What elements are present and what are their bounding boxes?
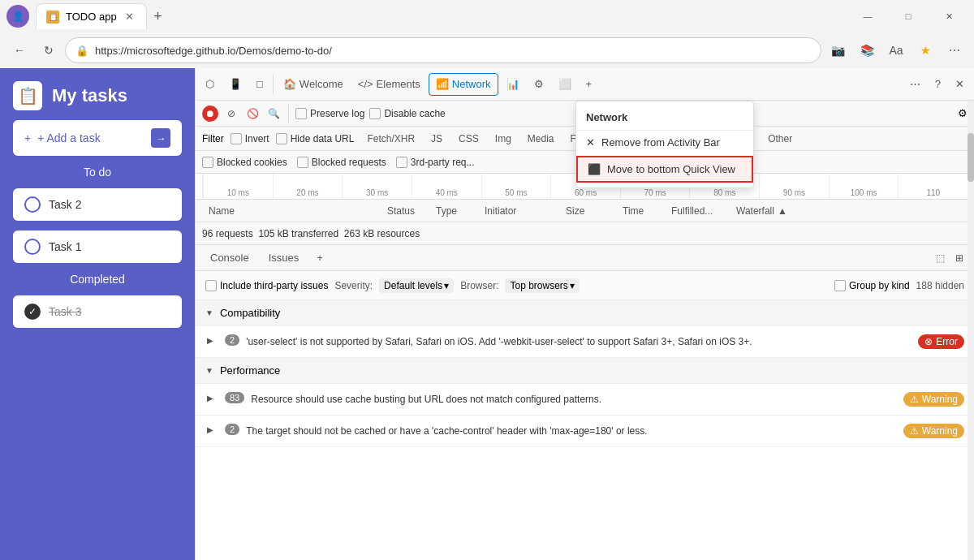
performance-section: ▼ Performance ▶ 83 Resource should use c…	[196, 358, 974, 447]
tab-issues[interactable]: Issues	[261, 248, 308, 267]
group-by-kind-checkbox[interactable]: Group by kind	[834, 280, 910, 291]
devtools-search-button[interactable]: □	[250, 73, 269, 96]
issue-expand-icon[interactable]: ▶	[207, 336, 213, 345]
issue-expand-icon-2[interactable]: ▶	[207, 394, 213, 403]
detach-console-button[interactable]: ⬚	[932, 250, 948, 266]
add-panel-button[interactable]: +	[310, 248, 330, 267]
active-tab[interactable]: 📋 TODO app ✕	[36, 3, 147, 29]
error-tag: ⊗ Error	[918, 334, 964, 349]
blocked-cookies-check[interactable]	[202, 157, 213, 168]
stop-recording-button[interactable]: ⊘	[223, 106, 239, 122]
favorites-icon[interactable]: ★	[912, 37, 938, 63]
devtools-device-button[interactable]: 📱	[222, 73, 248, 96]
list-item[interactable]: Task 2	[13, 188, 182, 221]
third-party-check[interactable]	[396, 157, 407, 168]
search-network-button[interactable]: 🔍	[265, 106, 282, 122]
tab-close-button[interactable]: ✕	[123, 11, 136, 24]
th-waterfall[interactable]: Waterfall ▲	[730, 205, 968, 217]
help-button[interactable]: ?	[929, 73, 947, 96]
clear-log-button[interactable]: 🚫	[244, 106, 261, 122]
devtools-inspect-button[interactable]: ⬡	[199, 73, 221, 96]
clear-console-button[interactable]: ⊞	[951, 250, 968, 266]
maximize-button[interactable]: □	[890, 3, 927, 29]
minimize-button[interactable]: —	[849, 3, 886, 29]
th-initiator[interactable]: Initiator	[478, 205, 559, 217]
blocked-cookies-checkbox[interactable]: Blocked cookies	[202, 157, 287, 168]
th-name[interactable]: Name	[202, 205, 381, 217]
invert-checkbox[interactable]: Invert	[231, 133, 269, 144]
preserve-log-check[interactable]	[295, 108, 307, 119]
network-table-header: Name Status Type Initiator Size Time Ful…	[196, 200, 974, 222]
th-time[interactable]: Time	[616, 205, 665, 217]
compatibility-title: Compatibility	[220, 307, 280, 319]
warning-icon: ⚠	[910, 394, 919, 405]
issue-expand-icon-3[interactable]: ▶	[207, 425, 213, 434]
issue-text-target: The target should not be cached or have …	[246, 424, 897, 438]
group-by-kind-check[interactable]	[834, 280, 846, 291]
th-size[interactable]: Size	[559, 205, 616, 217]
devtools-scrollbar[interactable]	[968, 101, 974, 560]
back-button[interactable]: ←	[6, 37, 32, 63]
browser-dropdown[interactable]: Top browsers ▾	[505, 278, 579, 293]
th-type[interactable]: Type	[429, 205, 478, 217]
include-third-party-check[interactable]	[205, 280, 217, 291]
reload-button[interactable]: ↻	[36, 37, 62, 63]
devtools-close-button[interactable]: ✕	[949, 73, 971, 96]
browser-chevron-icon: ▾	[570, 280, 575, 291]
include-third-party-checkbox[interactable]: Include third-party issues	[205, 280, 328, 291]
scrollbar-thumb[interactable]	[968, 133, 974, 182]
tab-settings-icon[interactable]: ⚙	[528, 73, 550, 96]
tab-welcome[interactable]: 🏠 Welcome	[277, 73, 350, 96]
filter-tab-img[interactable]: Img	[489, 131, 518, 146]
collections-icon[interactable]: 📚	[854, 37, 880, 63]
web-capture-icon[interactable]: 📷	[825, 37, 851, 63]
blocked-requests-checkbox[interactable]: Blocked requests	[297, 157, 386, 168]
context-menu-move-bottom[interactable]: ⬛ Move to bottom Quick View	[576, 156, 753, 183]
hide-data-check[interactable]	[276, 133, 287, 144]
preserve-log-checkbox[interactable]: Preserve log	[295, 108, 364, 119]
record-button[interactable]: ⏺	[202, 106, 218, 122]
address-bar[interactable]: 🔒 https://microsoftedge.github.io/Demos/…	[65, 37, 821, 63]
profile-avatar[interactable]: 👤	[6, 5, 29, 28]
third-party-checkbox[interactable]: 3rd-party req...	[396, 157, 475, 168]
tab-console[interactable]: Console	[202, 248, 257, 267]
read-aloud-icon[interactable]: Aa	[883, 37, 909, 63]
list-item[interactable]: ✓ Task 3	[13, 295, 182, 328]
compatibility-section-header[interactable]: ▼ Compatibility	[196, 300, 974, 326]
new-tab-button[interactable]: +	[147, 5, 170, 28]
issue-badge-83: 83	[225, 392, 244, 403]
tab-performance[interactable]: 📊	[500, 73, 526, 96]
context-menu-title: Network	[576, 105, 753, 131]
task-circle-3: ✓	[24, 304, 41, 320]
context-menu-remove[interactable]: ✕ Remove from Activity Bar	[576, 131, 753, 154]
tab-add[interactable]: +	[580, 73, 599, 96]
more-menu-icon[interactable]: ⋯	[942, 37, 968, 63]
hide-data-label: Hide data URL	[291, 133, 355, 144]
filter-tab-css[interactable]: CSS	[452, 131, 485, 146]
filter-tab-js[interactable]: JS	[425, 131, 449, 146]
disable-cache-check[interactable]	[369, 108, 381, 119]
th-fulfilled[interactable]: Fulfilled...	[665, 205, 730, 217]
disable-cache-checkbox[interactable]: Disable cache	[369, 108, 445, 119]
filter-tab-fetchxhr[interactable]: Fetch/XHR	[360, 131, 421, 146]
th-status[interactable]: Status	[381, 205, 429, 217]
filter-tab-media[interactable]: Media	[521, 131, 561, 146]
filter-tab-other[interactable]: Other	[761, 131, 799, 146]
more-tools-button[interactable]: ⋯	[903, 73, 927, 96]
performance-section-header[interactable]: ▼ Performance	[196, 358, 974, 384]
close-button[interactable]: ✕	[930, 3, 968, 29]
hide-data-url-checkbox[interactable]: Hide data URL	[276, 133, 355, 144]
add-task-button[interactable]: + + Add a task →	[13, 120, 182, 156]
blocked-requests-check[interactable]	[297, 157, 308, 168]
tab-device-icon[interactable]: ⬜	[552, 73, 578, 96]
tab-network[interactable]: 📶 Network	[429, 73, 498, 96]
url-text: https://microsoftedge.github.io/Demos/de…	[95, 45, 811, 57]
invert-check[interactable]	[231, 133, 242, 144]
devtools-panel: ⬡ 📱 □ 🏠 Welcome </> Elements 📶 Network 📊…	[195, 68, 974, 560]
severity-dropdown[interactable]: Default levels ▾	[379, 278, 454, 293]
todo-sidebar: 📋 My tasks + + Add a task → To do Task 2…	[0, 68, 195, 560]
list-item[interactable]: Task 1	[13, 230, 182, 263]
action-separator	[288, 104, 289, 123]
tab-elements[interactable]: </> Elements	[351, 73, 427, 96]
devtools-settings-button[interactable]: ⚙	[958, 107, 968, 119]
